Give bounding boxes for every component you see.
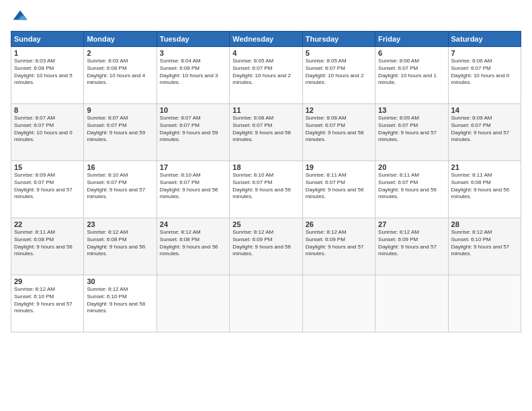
day-number: 25 <box>232 220 299 228</box>
day-info: Sunrise: 8:03 AMSunset: 6:08 PMDaylight:… <box>14 58 81 87</box>
day-info: Sunrise: 8:11 AMSunset: 6:07 PMDaylight:… <box>306 172 372 201</box>
day-cell: 3Sunrise: 8:04 AMSunset: 6:08 PMDaylight… <box>157 47 229 104</box>
day-info: Sunrise: 8:12 AMSunset: 6:09 PMDaylight:… <box>306 229 372 258</box>
day-cell: 10Sunrise: 8:07 AMSunset: 6:07 PMDayligh… <box>157 104 229 161</box>
logo-icon <box>11 8 30 27</box>
day-cell: 22Sunrise: 8:11 AMSunset: 6:08 PMDayligh… <box>11 218 84 275</box>
day-cell: 24Sunrise: 8:12 AMSunset: 6:08 PMDayligh… <box>157 218 229 275</box>
day-cell: 25Sunrise: 8:12 AMSunset: 6:09 PMDayligh… <box>230 218 302 275</box>
header <box>11 8 521 27</box>
week-row-3: 15Sunrise: 8:09 AMSunset: 6:07 PMDayligh… <box>11 161 521 218</box>
day-cell: 14Sunrise: 8:09 AMSunset: 6:07 PMDayligh… <box>448 104 521 161</box>
day-info: Sunrise: 8:11 AMSunset: 6:08 PMDaylight:… <box>451 172 518 201</box>
day-cell: 18Sunrise: 8:10 AMSunset: 6:07 PMDayligh… <box>230 161 302 218</box>
day-number: 22 <box>14 220 81 228</box>
day-number: 12 <box>306 106 372 114</box>
day-info: Sunrise: 8:12 AMSunset: 6:10 PMDaylight:… <box>14 286 81 315</box>
day-cell: 26Sunrise: 8:12 AMSunset: 6:09 PMDayligh… <box>302 218 375 275</box>
day-cell: 9Sunrise: 8:07 AMSunset: 6:07 PMDaylight… <box>84 104 157 161</box>
week-row-5: 29Sunrise: 8:12 AMSunset: 6:10 PMDayligh… <box>11 275 521 332</box>
day-number: 27 <box>378 220 445 228</box>
day-number: 7 <box>451 49 518 57</box>
header-cell-wednesday: Wednesday <box>230 32 302 47</box>
day-cell: 6Sunrise: 8:06 AMSunset: 6:07 PMDaylight… <box>375 47 448 104</box>
logo <box>11 8 32 27</box>
day-info: Sunrise: 8:06 AMSunset: 6:07 PMDaylight:… <box>378 58 445 87</box>
day-number: 24 <box>160 220 226 228</box>
day-info: Sunrise: 8:08 AMSunset: 6:07 PMDaylight:… <box>306 115 372 144</box>
day-info: Sunrise: 8:03 AMSunset: 6:08 PMDaylight:… <box>87 58 153 87</box>
day-cell <box>230 275 302 332</box>
day-info: Sunrise: 8:09 AMSunset: 6:07 PMDaylight:… <box>14 172 81 201</box>
day-info: Sunrise: 8:05 AMSunset: 6:07 PMDaylight:… <box>232 58 299 87</box>
day-cell: 7Sunrise: 8:06 AMSunset: 6:07 PMDaylight… <box>448 47 521 104</box>
day-cell: 27Sunrise: 8:12 AMSunset: 6:09 PMDayligh… <box>375 218 448 275</box>
day-cell: 17Sunrise: 8:10 AMSunset: 6:07 PMDayligh… <box>157 161 229 218</box>
header-cell-monday: Monday <box>84 32 157 47</box>
page: SundayMondayTuesdayWednesdayThursdayFrid… <box>0 0 532 411</box>
day-info: Sunrise: 8:10 AMSunset: 6:07 PMDaylight:… <box>160 172 226 201</box>
day-cell <box>302 275 375 332</box>
day-number: 28 <box>451 220 518 228</box>
day-info: Sunrise: 8:12 AMSunset: 6:08 PMDaylight:… <box>87 229 153 258</box>
day-cell <box>157 275 229 332</box>
day-cell: 12Sunrise: 8:08 AMSunset: 6:07 PMDayligh… <box>302 104 375 161</box>
day-cell: 21Sunrise: 8:11 AMSunset: 6:08 PMDayligh… <box>448 161 521 218</box>
day-info: Sunrise: 8:12 AMSunset: 6:10 PMDaylight:… <box>451 229 518 258</box>
day-cell: 8Sunrise: 8:07 AMSunset: 6:07 PMDaylight… <box>11 104 84 161</box>
day-cell: 4Sunrise: 8:05 AMSunset: 6:07 PMDaylight… <box>230 47 302 104</box>
day-number: 29 <box>14 277 81 285</box>
day-info: Sunrise: 8:10 AMSunset: 6:07 PMDaylight:… <box>87 172 153 201</box>
day-info: Sunrise: 8:06 AMSunset: 6:07 PMDaylight:… <box>451 58 518 87</box>
day-number: 15 <box>14 163 81 171</box>
day-info: Sunrise: 8:11 AMSunset: 6:07 PMDaylight:… <box>378 172 445 201</box>
day-number: 23 <box>87 220 153 228</box>
day-number: 13 <box>378 106 445 114</box>
week-row-4: 22Sunrise: 8:11 AMSunset: 6:08 PMDayligh… <box>11 218 521 275</box>
day-cell: 13Sunrise: 8:09 AMSunset: 6:07 PMDayligh… <box>375 104 448 161</box>
day-info: Sunrise: 8:04 AMSunset: 6:08 PMDaylight:… <box>160 58 226 87</box>
header-cell-saturday: Saturday <box>448 32 521 47</box>
day-number: 20 <box>378 163 445 171</box>
day-info: Sunrise: 8:07 AMSunset: 6:07 PMDaylight:… <box>160 115 226 144</box>
day-info: Sunrise: 8:05 AMSunset: 6:07 PMDaylight:… <box>306 58 372 87</box>
header-row: SundayMondayTuesdayWednesdayThursdayFrid… <box>11 32 521 47</box>
day-number: 2 <box>87 49 153 57</box>
day-info: Sunrise: 8:12 AMSunset: 6:08 PMDaylight:… <box>160 229 226 258</box>
day-info: Sunrise: 8:12 AMSunset: 6:10 PMDaylight:… <box>87 286 153 315</box>
week-row-2: 8Sunrise: 8:07 AMSunset: 6:07 PMDaylight… <box>11 104 521 161</box>
day-number: 10 <box>160 106 226 114</box>
day-info: Sunrise: 8:08 AMSunset: 6:07 PMDaylight:… <box>232 115 299 144</box>
day-number: 9 <box>87 106 153 114</box>
day-cell <box>448 275 521 332</box>
day-cell: 29Sunrise: 8:12 AMSunset: 6:10 PMDayligh… <box>11 275 84 332</box>
day-cell: 11Sunrise: 8:08 AMSunset: 6:07 PMDayligh… <box>230 104 302 161</box>
day-number: 17 <box>160 163 226 171</box>
day-number: 3 <box>160 49 226 57</box>
day-cell: 1Sunrise: 8:03 AMSunset: 6:08 PMDaylight… <box>11 47 84 104</box>
day-info: Sunrise: 8:07 AMSunset: 6:07 PMDaylight:… <box>87 115 153 144</box>
day-number: 30 <box>87 277 153 285</box>
day-number: 21 <box>451 163 518 171</box>
day-cell: 15Sunrise: 8:09 AMSunset: 6:07 PMDayligh… <box>11 161 84 218</box>
day-info: Sunrise: 8:07 AMSunset: 6:07 PMDaylight:… <box>14 115 81 144</box>
day-info: Sunrise: 8:10 AMSunset: 6:07 PMDaylight:… <box>232 172 299 201</box>
day-cell: 16Sunrise: 8:10 AMSunset: 6:07 PMDayligh… <box>84 161 157 218</box>
week-row-1: 1Sunrise: 8:03 AMSunset: 6:08 PMDaylight… <box>11 47 521 104</box>
day-info: Sunrise: 8:09 AMSunset: 6:07 PMDaylight:… <box>451 115 518 144</box>
header-cell-friday: Friday <box>375 32 448 47</box>
day-number: 8 <box>14 106 81 114</box>
day-info: Sunrise: 8:12 AMSunset: 6:09 PMDaylight:… <box>378 229 445 258</box>
day-cell <box>375 275 448 332</box>
calendar-table: SundayMondayTuesdayWednesdayThursdayFrid… <box>11 31 521 332</box>
header-cell-sunday: Sunday <box>11 32 84 47</box>
day-cell: 28Sunrise: 8:12 AMSunset: 6:10 PMDayligh… <box>448 218 521 275</box>
day-cell: 19Sunrise: 8:11 AMSunset: 6:07 PMDayligh… <box>302 161 375 218</box>
day-number: 6 <box>378 49 445 57</box>
day-info: Sunrise: 8:09 AMSunset: 6:07 PMDaylight:… <box>378 115 445 144</box>
day-number: 18 <box>232 163 299 171</box>
header-cell-tuesday: Tuesday <box>157 32 229 47</box>
day-number: 26 <box>306 220 372 228</box>
day-number: 5 <box>306 49 372 57</box>
header-cell-thursday: Thursday <box>302 32 375 47</box>
